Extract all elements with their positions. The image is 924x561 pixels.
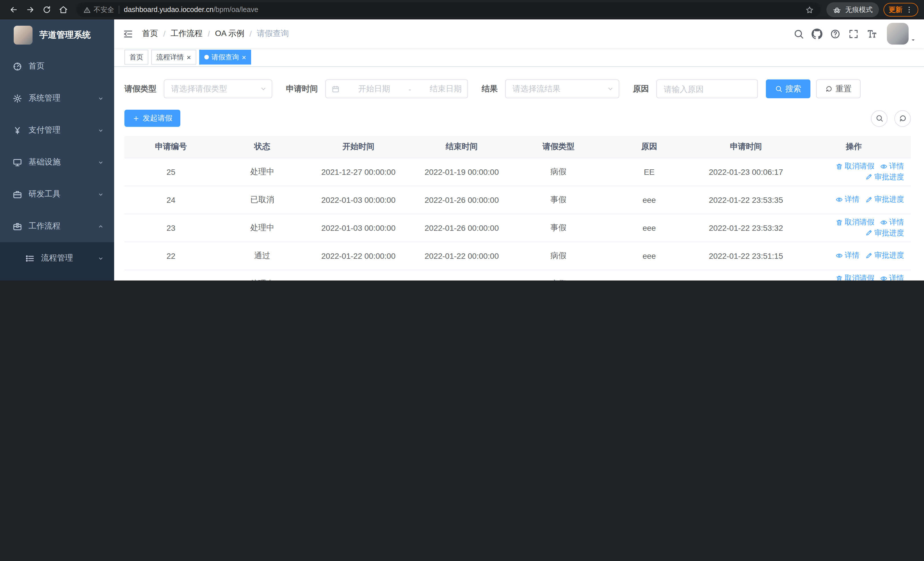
audit-progress-link[interactable]: 审批进度 [865, 194, 904, 205]
cell-reason: eee [603, 242, 695, 270]
sidebar-toggle-icon[interactable] [114, 28, 142, 39]
cell-apply-id: 25 [124, 158, 218, 186]
active-tab-dot [204, 55, 208, 59]
fullscreen-icon[interactable] [848, 28, 859, 39]
incognito-badge: 无痕模式 [826, 2, 879, 17]
incognito-icon [832, 5, 841, 14]
breadcrumb-separator: / [208, 29, 210, 38]
bookmark-star-icon[interactable] [805, 5, 814, 14]
detail-link-label: 详情 [844, 194, 860, 205]
github-icon[interactable] [812, 28, 822, 39]
omnibox-divider [119, 6, 119, 14]
breadcrumb-item[interactable]: OA 示例 [215, 29, 244, 39]
filter-reason: 原因 [633, 80, 758, 98]
browser-update-button[interactable]: 更新 [884, 3, 918, 17]
chevron-down-icon [607, 85, 614, 93]
cell-status: 处理中 [218, 270, 307, 281]
logo-image [14, 26, 33, 44]
chevron-down-icon [98, 95, 104, 101]
leave-type-select[interactable]: 请选择请假类型 [164, 80, 272, 98]
tab-home[interactable]: 首页 [124, 50, 148, 65]
column-header-apply-time: 申请时间 [695, 136, 797, 158]
sidebar-menu: 首页系统管理支付管理基础设施研发工具工作流程流程管理任务管理我的流程待办任务已办… [0, 50, 114, 281]
search-icon[interactable] [793, 28, 804, 39]
eye-icon [880, 162, 888, 170]
cell-end-time: 2022-01-26 00:00:00 [410, 186, 514, 214]
audit-progress-link[interactable]: 审批进度 [865, 171, 904, 182]
main-area: 首页/工作流程/OA 示例/请假查询 首页流程详情×请假查询× [114, 20, 924, 281]
filter-form: 请假类型 请选择请假类型 申请时间 开始日期 - 结束日期 [124, 80, 911, 98]
top-navbar: 首页/工作流程/OA 示例/请假查询 [114, 20, 924, 48]
sidebar-item-label: 研发工具 [28, 189, 60, 199]
column-header-end-time: 结束时间 [410, 136, 514, 158]
chevron-down-icon [98, 159, 104, 165]
sidebar-item-system[interactable]: 系统管理 [0, 82, 114, 114]
sidebar-item-payment[interactable]: 支付管理 [0, 114, 114, 146]
cell-leave-type: 病假 [514, 158, 603, 186]
navbar-actions [793, 23, 924, 45]
app-logo[interactable]: 芋道管理系统 [0, 20, 114, 50]
gear-icon [11, 93, 23, 103]
tab-leave-query[interactable]: 请假查询× [199, 50, 251, 65]
create-leave-button[interactable]: 发起请假 [124, 110, 180, 127]
cell-apply-time: 2022-01-22 23:51:15 [695, 242, 797, 270]
browser-reload-icon[interactable] [39, 2, 54, 17]
browser-back-icon[interactable] [6, 2, 21, 17]
reason-input[interactable] [656, 80, 758, 98]
security-chip[interactable]: 不安全 [83, 5, 114, 15]
detail-link[interactable]: 详情 [880, 273, 904, 281]
detail-link[interactable]: 详情 [836, 194, 860, 205]
sidebar-item-label: 首页 [28, 61, 45, 71]
close-icon[interactable]: × [187, 53, 191, 61]
breadcrumb-item[interactable]: 工作流程 [171, 29, 202, 39]
table-row-24: 24已取消2022-01-03 00:00:002022-01-26 00:00… [124, 186, 911, 214]
audit-progress-link[interactable]: 审批进度 [865, 228, 904, 238]
cell-start-time: 2022-01-22 00:00:00 [307, 242, 410, 270]
trash-icon [836, 162, 843, 170]
help-icon[interactable] [830, 28, 841, 39]
eye-icon [880, 218, 888, 226]
detail-link[interactable]: 详情 [880, 161, 904, 171]
cell-status: 处理中 [218, 214, 307, 242]
app-window: 芋道管理系统 首页系统管理支付管理基础设施研发工具工作流程流程管理任务管理我的流… [0, 20, 924, 281]
sidebar-item-dev-tools[interactable]: 研发工具 [0, 178, 114, 210]
detail-link[interactable]: 详情 [836, 251, 860, 261]
close-icon[interactable]: × [242, 53, 246, 61]
sidebar-item-task-management[interactable]: 任务管理 [0, 274, 114, 281]
page-content: 请假类型 请选择请假类型 申请时间 开始日期 - 结束日期 [114, 67, 924, 281]
cell-start-time: 2021-12-27 00:00:00 [307, 158, 410, 186]
refresh-table-button[interactable] [894, 110, 911, 126]
cancel-leave-link[interactable]: 取消请假 [836, 161, 874, 171]
app-title: 芋道管理系统 [39, 29, 91, 40]
cell-apply-time: 2022-01-22 23:49:46 [695, 270, 797, 281]
address-bar[interactable]: 不安全 dashboard.yudao.iocoder.cn/bpm/oa/le… [76, 2, 821, 17]
reset-button[interactable]: 重置 [816, 80, 861, 98]
sidebar-item-home[interactable]: 首页 [0, 50, 114, 82]
sidebar-item-process-management[interactable]: 流程管理 [0, 242, 114, 274]
font-size-icon[interactable] [866, 28, 877, 39]
detail-link[interactable]: 详情 [880, 217, 904, 227]
cancel-leave-link-label: 取消请假 [844, 217, 874, 227]
user-avatar[interactable] [887, 23, 916, 45]
browser-menu-icon[interactable] [905, 6, 913, 14]
toggle-search-button[interactable] [871, 110, 888, 126]
warning-icon [83, 6, 91, 14]
search-button[interactable]: 搜索 [766, 80, 810, 98]
cancel-leave-link[interactable]: 取消请假 [836, 217, 874, 227]
table-row-22: 22通过2022-01-22 00:00:002022-01-22 00:00:… [124, 242, 911, 270]
table-row-25: 25处理中2021-12-27 00:00:002022-01-19 00:00… [124, 158, 911, 186]
audit-progress-link-label: 审批进度 [874, 228, 904, 238]
cell-reason: EE [603, 158, 695, 186]
browser-forward-icon[interactable] [22, 2, 38, 17]
apply-time-range-picker[interactable]: 开始日期 - 结束日期 [325, 80, 468, 98]
sidebar-item-infrastructure[interactable]: 基础设施 [0, 146, 114, 178]
cell-apply-time: 2022-01-22 23:53:35 [695, 186, 797, 214]
browser-home-icon[interactable] [56, 2, 71, 17]
result-select[interactable]: 请选择流结果 [505, 80, 619, 98]
audit-progress-link[interactable]: 审批进度 [865, 251, 904, 261]
browser-chrome: 不安全 dashboard.yudao.iocoder.cn/bpm/oa/le… [0, 0, 924, 20]
tab-process-detail[interactable]: 流程详情× [151, 50, 196, 65]
breadcrumb-item[interactable]: 首页 [142, 29, 158, 39]
cancel-leave-link[interactable]: 取消请假 [836, 273, 874, 281]
sidebar-item-workflow[interactable]: 工作流程 [0, 210, 114, 242]
